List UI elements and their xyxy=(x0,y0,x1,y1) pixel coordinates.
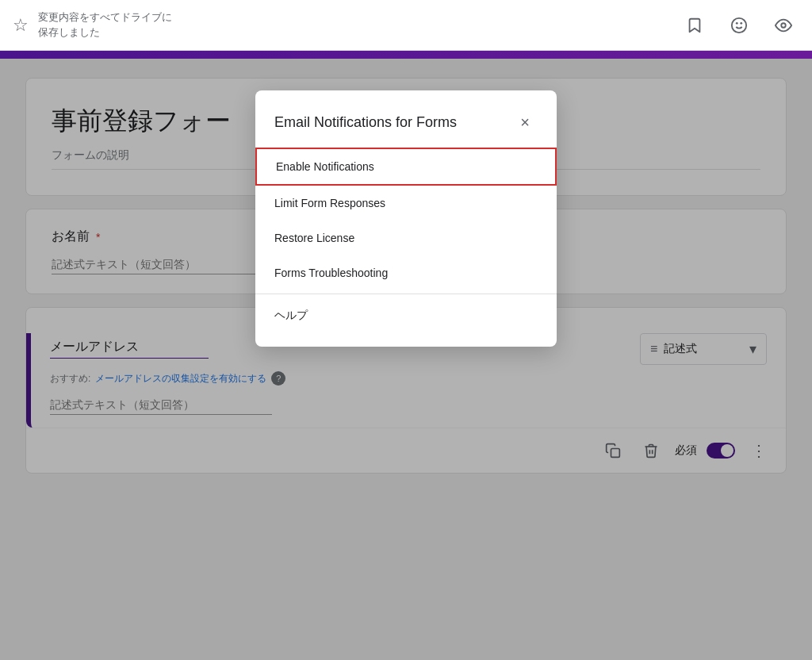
main-content: 事前登録フォー フォームの説明 お名前 * ≡ 記述式 ▾ xyxy=(0,59,812,660)
modal-header: Email Notifications for Forms × xyxy=(255,109,557,148)
top-bar-right xyxy=(679,10,799,41)
bookmark-icon[interactable] xyxy=(679,10,710,41)
modal-divider xyxy=(255,294,557,294)
star-icon[interactable]: ☆ xyxy=(13,15,29,36)
top-bar-left: ☆ 変更内容をすべてドライブに 保存しました xyxy=(13,10,172,39)
modal-title: Email Notifications for Forms xyxy=(274,114,457,131)
modal-item-label-1: Limit Form Responses xyxy=(274,197,385,209)
svg-point-3 xyxy=(781,23,786,28)
modal-item-troubleshooting[interactable]: Forms Troubleshooting xyxy=(255,255,557,290)
modal-close-button[interactable]: × xyxy=(512,109,538,135)
save-text: 変更内容をすべてドライブに 保存しました xyxy=(38,10,172,39)
modal-item-label-2: Restore License xyxy=(274,232,354,244)
svg-point-0 xyxy=(732,17,746,32)
face-icon[interactable] xyxy=(723,10,755,41)
modal-item-enable-notifications[interactable]: Enable Notifications xyxy=(255,148,557,186)
modal-item-label-0: Enable Notifications xyxy=(276,160,374,173)
modal-item-label-4: ヘルプ xyxy=(274,309,308,321)
modal-item-help[interactable]: ヘルプ xyxy=(255,297,557,334)
modal-overlay[interactable]: Email Notifications for Forms × Enable N… xyxy=(0,59,812,660)
modal-item-label-3: Forms Troubleshooting xyxy=(274,267,388,279)
modal-item-restore-license[interactable]: Restore License xyxy=(255,221,557,255)
modal-item-limit-responses[interactable]: Limit Form Responses xyxy=(255,186,557,221)
modal: Email Notifications for Forms × Enable N… xyxy=(255,90,557,347)
close-icon: × xyxy=(520,113,530,132)
purple-bar xyxy=(0,51,812,59)
top-bar: ☆ 変更内容をすべてドライブに 保存しました xyxy=(0,0,812,51)
eye-icon[interactable] xyxy=(768,10,799,41)
